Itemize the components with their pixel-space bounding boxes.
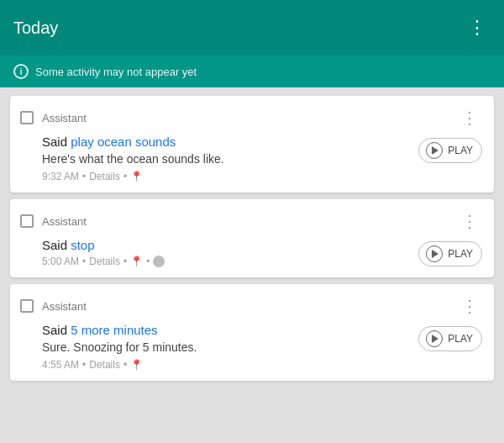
- dot-separator: •: [123, 256, 127, 267]
- card-meta-0: 9:32 AM•Details•📍: [42, 171, 224, 182]
- card-said-0: Said play ocean sounds: [42, 134, 224, 149]
- play-circle-0: [426, 142, 443, 159]
- card-details-link-2[interactable]: Details: [89, 359, 120, 371]
- card-menu-icon-2[interactable]: ⋮: [458, 294, 482, 318]
- info-bar: i Some activity may not appear yet: [0, 55, 504, 87]
- play-circle-1: [426, 245, 443, 262]
- play-triangle-icon-0: [432, 146, 438, 155]
- dot-separator: •: [123, 171, 127, 182]
- card-checkbox-2[interactable]: [20, 299, 34, 313]
- card-menu-icon-1[interactable]: ⋮: [458, 209, 482, 233]
- card-header-1: Assistant⋮: [20, 209, 482, 233]
- location-icon-2: 📍: [130, 359, 143, 371]
- play-button-0[interactable]: PLAY: [418, 138, 482, 163]
- activity-card-2: Assistant⋮Said 5 more minutesSure. Snooz…: [10, 284, 494, 381]
- card-time-0: 9:32 AM: [42, 171, 79, 182]
- content-area: Assistant⋮Said play ocean soundsHere's w…: [0, 87, 504, 389]
- play-label-1: PLAY: [448, 248, 473, 260]
- card-checkbox-1[interactable]: [20, 214, 34, 228]
- card-details-link-1[interactable]: Details: [89, 256, 120, 267]
- card-label-1: Assistant: [42, 215, 87, 228]
- dot-separator: •: [82, 171, 86, 182]
- activity-card-0: Assistant⋮Said play ocean soundsHere's w…: [10, 96, 494, 192]
- dot-separator: •: [123, 359, 127, 371]
- info-icon: i: [13, 64, 29, 79]
- card-label-0: Assistant: [42, 112, 87, 124]
- card-time-2: 4:55 AM: [42, 359, 79, 371]
- card-meta-2: 4:55 AM•Details•📍: [42, 359, 197, 371]
- card-header-0: Assistant⋮: [20, 106, 482, 129]
- card-said-link-2[interactable]: 5 more minutes: [71, 323, 157, 337]
- play-label-0: PLAY: [448, 145, 473, 156]
- card-said-link-0[interactable]: play ocean sounds: [71, 134, 176, 149]
- play-button-2[interactable]: PLAY: [418, 326, 482, 351]
- play-label-2: PLAY: [448, 333, 473, 345]
- card-menu-icon-0[interactable]: ⋮: [458, 106, 482, 129]
- play-button-1[interactable]: PLAY: [418, 241, 482, 266]
- card-label-2: Assistant: [42, 300, 87, 313]
- card-time-1: 5:00 AM: [42, 256, 79, 267]
- card-said-1: Said stop: [42, 238, 165, 252]
- card-description-0: Here's what the ocean sounds like.: [42, 152, 224, 166]
- card-said-link-1[interactable]: stop: [71, 238, 94, 252]
- activity-card-1: Assistant⋮Said stop5:00 AM•Details•📍•PLA…: [10, 199, 494, 277]
- device-icon-1: [153, 256, 165, 267]
- card-header-2: Assistant⋮: [20, 294, 482, 318]
- dot-separator: •: [82, 359, 86, 371]
- play-triangle-icon-2: [432, 335, 438, 343]
- card-description-2: Sure. Snoozing for 5 minutes.: [42, 340, 197, 354]
- card-details-link-0[interactable]: Details: [89, 171, 120, 182]
- card-said-2: Said 5 more minutes: [42, 323, 197, 337]
- header: Today ⋮: [0, 0, 504, 55]
- dot-separator: •: [82, 256, 86, 267]
- header-menu-icon[interactable]: ⋮: [465, 13, 491, 42]
- info-bar-text: Some activity may not appear yet: [35, 66, 197, 78]
- page-title: Today: [13, 18, 58, 38]
- card-checkbox-0[interactable]: [20, 111, 34, 124]
- card-meta-1: 5:00 AM•Details•📍•: [42, 256, 165, 267]
- play-circle-2: [426, 330, 443, 347]
- location-icon-1: 📍: [130, 256, 143, 267]
- location-icon-0: 📍: [130, 171, 143, 182]
- play-triangle-icon-1: [432, 250, 438, 258]
- dot-separator: •: [146, 256, 150, 267]
